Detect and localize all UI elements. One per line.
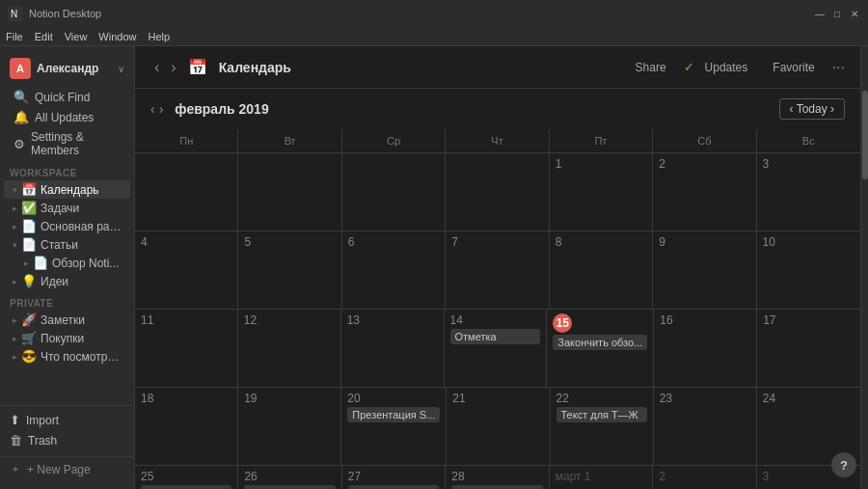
calendar-day[interactable]: 17: [757, 310, 860, 387]
close-button[interactable]: ✕: [849, 8, 860, 19]
sidebar-item-all-updates[interactable]: 🔔 All Updates: [4, 107, 130, 127]
calendar-day[interactable]: 3: [757, 153, 860, 231]
more-button[interactable]: ···: [832, 59, 845, 76]
calendar-event[interactable]: Отметка: [450, 329, 541, 344]
sidebar-item-articles[interactable]: ▾ 📄 Статьи: [4, 235, 130, 254]
sidebar-item-calendar[interactable]: ▾ 📅 Календарь: [4, 180, 130, 199]
calendar-day[interactable]: 9: [653, 231, 756, 309]
calendar-day[interactable]: 2: [653, 153, 756, 231]
prev-month-button[interactable]: ‹: [150, 101, 155, 117]
day-number: 12: [244, 313, 335, 327]
calendar-day[interactable]: 15Закончить обзо...: [547, 310, 654, 387]
calendar-event[interactable]: Конец MWC: [451, 485, 542, 489]
calendar-day[interactable]: [342, 153, 446, 231]
calendar-week-0: 123: [135, 153, 860, 231]
calendar-day[interactable]: 20Презентация S...: [341, 388, 447, 465]
weekday-tue: Вт: [238, 129, 341, 152]
next-month-button[interactable]: ›: [159, 101, 164, 117]
sidebar-item-review[interactable]: ▸ 📄 Обзор Noti...: [4, 254, 130, 272]
calendar-day[interactable]: 12: [238, 310, 341, 387]
calendar-day[interactable]: [135, 153, 238, 231]
calendar-day[interactable]: 25Старт MWC: [135, 466, 238, 489]
search-icon: 🔍: [14, 90, 29, 104]
sidebar-item-notes[interactable]: ▸ 🚀 Заметки: [4, 311, 130, 329]
user-menu[interactable]: А Александр ∨: [0, 54, 134, 87]
sidebar-item-tasks[interactable]: ▸ ✅ Задачи: [4, 199, 130, 217]
maximize-button[interactable]: □: [831, 8, 843, 19]
calendar-day[interactable]: 23: [654, 388, 757, 465]
day-number: 23: [660, 392, 750, 405]
sidebar-item-quick-find[interactable]: 🔍 Quick Find: [4, 87, 130, 107]
sidebar-item-main-work[interactable]: ▸ 📄 Основная работа: [4, 217, 130, 235]
day-number: 21: [452, 392, 543, 405]
user-name: Александр: [37, 62, 118, 75]
menu-file[interactable]: File: [6, 31, 23, 42]
calendar-day[interactable]: 22Текст для Т—Ж: [551, 388, 654, 465]
menu-help[interactable]: Help: [148, 31, 170, 42]
help-button[interactable]: ?: [831, 452, 856, 477]
calendar-event[interactable]: Презентации: [348, 485, 439, 489]
calendar-day[interactable]: 11: [135, 310, 238, 387]
bell-icon: 🔔: [14, 110, 29, 124]
calendar-weeks: 1234567891011121314Отметка15Закончить об…: [135, 153, 860, 489]
back-button[interactable]: ‹: [150, 57, 163, 78]
check-icon: ✅: [21, 201, 37, 215]
calendar-day[interactable]: 1: [550, 153, 653, 231]
calendar-day[interactable]: март 1: [550, 466, 653, 489]
sidebar-item-import[interactable]: ⬆ Import: [0, 410, 134, 430]
calendar-day[interactable]: 13: [341, 310, 445, 387]
sidebar-item-label: Заметки: [41, 313, 124, 327]
calendar-day[interactable]: [238, 153, 341, 231]
rocket-icon: 🚀: [21, 312, 37, 327]
scrollbar[interactable]: [860, 46, 868, 489]
page-title: Календарь: [219, 60, 620, 75]
today-button[interactable]: ‹ Today ›: [779, 98, 846, 120]
calendar-day[interactable]: 4: [135, 231, 238, 309]
menu-view[interactable]: View: [65, 31, 88, 42]
favorite-button[interactable]: Favorite: [765, 58, 822, 77]
calendar-day[interactable]: 2: [653, 466, 756, 489]
share-button[interactable]: Share: [628, 58, 674, 77]
menu-edit[interactable]: Edit: [35, 31, 53, 42]
calendar-day[interactable]: 6: [342, 231, 446, 309]
calendar-day[interactable]: 18: [135, 388, 238, 465]
sidebar-item-ideas[interactable]: ▸ 💡 Идеи: [4, 272, 130, 290]
calendar-day[interactable]: 19: [238, 388, 341, 465]
day-number: 6: [348, 235, 439, 249]
calendar-day[interactable]: 14Отметка: [445, 310, 548, 387]
sidebar-item-label: Покупки: [41, 332, 124, 345]
new-page-button[interactable]: ＋ + New Page: [0, 456, 134, 481]
calendar-day[interactable]: 27Презентации: [342, 466, 446, 489]
sidebar-item-trash[interactable]: 🗑 Trash: [0, 430, 134, 450]
calendar-event[interactable]: Текст для Т—Ж: [556, 407, 647, 422]
day-number: 4: [141, 235, 231, 249]
forward-button[interactable]: ›: [167, 57, 179, 78]
calendar-event[interactable]: Презентация S...: [347, 407, 440, 422]
chevron-down-icon: ▾: [8, 240, 21, 250]
sidebar-item-settings[interactable]: ⚙ Settings & Members: [4, 127, 130, 160]
sidebar-item-watchlist[interactable]: ▸ 😎 Что посмотреть: [4, 347, 130, 366]
calendar-day[interactable]: [446, 153, 549, 231]
calendar-event[interactable]: Закончить обзо...: [553, 335, 647, 350]
calendar-day[interactable]: 8: [550, 231, 653, 309]
calendar-event[interactable]: Старт MWC: [141, 485, 231, 489]
weekday-mon: Пн: [135, 129, 238, 152]
calendar-day[interactable]: 16: [654, 310, 757, 387]
calendar-day[interactable]: 26Презентации: [238, 466, 341, 489]
day-number: март 1: [556, 470, 646, 483]
calendar-day[interactable]: 5: [238, 231, 341, 309]
day-number: 24: [763, 392, 854, 405]
svg-text:N: N: [11, 9, 17, 19]
calendar-day[interactable]: 28Конец MWCОтметка: [446, 466, 549, 489]
calendar-day[interactable]: 21: [447, 388, 550, 465]
calendar-day[interactable]: 7: [446, 231, 549, 309]
calendar-event[interactable]: Презентации: [244, 485, 335, 489]
menu-window[interactable]: Window: [98, 31, 136, 42]
updates-button[interactable]: Updates: [697, 58, 756, 77]
sidebar-item-shopping[interactable]: ▸ 🛒 Покупки: [4, 329, 130, 347]
calendar-day[interactable]: 10: [757, 231, 860, 309]
calendar-week-4: 25Старт MWC26Презентации27Презентации28К…: [135, 466, 860, 489]
minimize-button[interactable]: —: [814, 8, 826, 19]
chevron-right-icon: ▸: [8, 222, 21, 231]
calendar-week-1: 45678910: [135, 231, 860, 310]
